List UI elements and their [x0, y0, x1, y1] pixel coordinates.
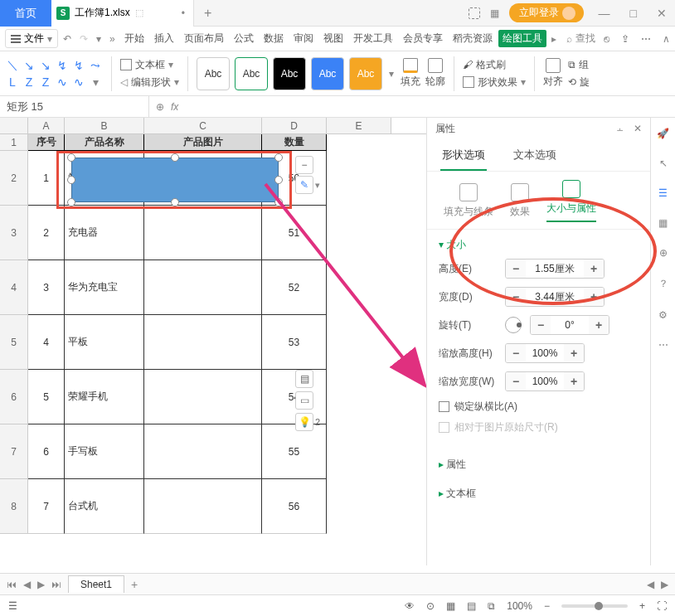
scale-h-value[interactable]: 100%: [526, 344, 564, 362]
cell[interactable]: [144, 370, 262, 424]
close-window-button[interactable]: ✕: [652, 7, 672, 20]
view-break-icon[interactable]: ⧉: [488, 600, 495, 612]
gallery-more[interactable]: ▾: [88, 75, 103, 90]
cell[interactable]: 3: [28, 260, 65, 315]
rail-more-icon[interactable]: ⋯: [658, 339, 668, 351]
sheet-nav-last[interactable]: ⏭: [51, 579, 61, 590]
cell[interactable]: 4: [28, 315, 65, 370]
cell[interactable]: [144, 424, 262, 479]
tab-shape-options[interactable]: 形状选项: [440, 144, 487, 171]
fullscreen-icon[interactable]: ⛶: [657, 600, 667, 612]
section-properties[interactable]: 属性: [439, 458, 639, 472]
rail-settings-icon[interactable]: ☰: [658, 187, 668, 199]
menu-insert[interactable]: 插入: [150, 30, 178, 47]
document-tab[interactable]: S 工作簿1.xlsx ⬚ •: [51, 0, 194, 27]
zoom-icon[interactable]: ⊕: [156, 101, 164, 113]
decrement-button[interactable]: −: [506, 344, 526, 362]
lock-aspect-checkbox[interactable]: 锁定纵横比(A): [439, 400, 639, 414]
tab-text-options[interactable]: 文本选项: [512, 144, 558, 171]
decrement-button[interactable]: −: [531, 316, 551, 334]
line-icon[interactable]: ＼: [5, 58, 20, 73]
col-header[interactable]: A: [28, 118, 65, 133]
decrement-button[interactable]: −: [506, 259, 526, 278]
format-painter-button[interactable]: 🖌格式刷: [463, 58, 526, 72]
menu-member[interactable]: 会员专享: [399, 30, 447, 47]
expand-icon[interactable]: ∧: [663, 33, 670, 45]
login-button[interactable]: 立即登录: [509, 3, 584, 22]
height-spinner[interactable]: −1.55厘米+: [505, 259, 605, 279]
cell[interactable]: 充电器: [65, 206, 144, 260]
spreadsheet-grid[interactable]: A B C D E 1 2 3 4 5 6 7 8 序号 产品名称 产品图片: [0, 118, 426, 565]
cell[interactable]: 52: [262, 260, 327, 315]
name-box[interactable]: 矩形 15: [0, 96, 149, 118]
minimize-button[interactable]: —: [594, 7, 615, 20]
view-normal-icon[interactable]: ▦: [446, 600, 455, 612]
col-header[interactable]: C: [144, 118, 262, 133]
style-5[interactable]: Abc: [349, 57, 382, 90]
group-button[interactable]: ⧉组: [568, 58, 590, 72]
row-header[interactable]: 8: [0, 479, 28, 534]
hscroll-right[interactable]: ▶: [661, 579, 668, 590]
hscroll-left[interactable]: ◀: [647, 579, 654, 590]
rotate-button[interactable]: ⟲旋: [568, 75, 590, 90]
cell[interactable]: 台式机: [65, 479, 144, 534]
view-page-icon[interactable]: ▤: [467, 600, 476, 612]
menu-layout[interactable]: 页面布局: [180, 30, 228, 47]
cell[interactable]: 1: [28, 151, 65, 206]
menu-view[interactable]: 视图: [319, 30, 347, 47]
increment-button[interactable]: +: [584, 288, 604, 306]
float-edit-button[interactable]: ✎: [295, 176, 313, 194]
style-2[interactable]: Abc: [235, 57, 268, 90]
increment-button[interactable]: +: [564, 372, 584, 390]
resize-handle[interactable]: [274, 198, 283, 206]
close-doc-icon[interactable]: •: [182, 7, 185, 19]
line-icon[interactable]: ↯: [55, 58, 70, 73]
row-header[interactable]: 4: [0, 260, 28, 315]
pin-icon[interactable]: ⫠: [615, 123, 625, 134]
align-button[interactable]: 对齐: [543, 58, 563, 89]
rail-info-icon[interactable]: ？: [658, 277, 668, 291]
zoom-in-button[interactable]: +: [639, 600, 645, 612]
cell[interactable]: [144, 260, 262, 315]
layout-icon-1[interactable]: [469, 7, 480, 19]
sheet-tab[interactable]: Sheet1: [68, 575, 124, 593]
cell[interactable]: 手写板: [65, 424, 144, 479]
share-icon[interactable]: ⇪: [621, 33, 629, 45]
status-menu-icon[interactable]: ☰: [8, 600, 17, 612]
style-1[interactable]: Abc: [197, 57, 230, 90]
sheet-nav-first[interactable]: ⏮: [7, 579, 17, 590]
rail-rocket-icon[interactable]: 🚀: [657, 128, 669, 139]
increment-button[interactable]: +: [584, 259, 604, 278]
cell[interactable]: 53: [262, 315, 327, 370]
section-size[interactable]: 大小: [439, 238, 639, 252]
section-textbox[interactable]: 文本框: [439, 487, 639, 501]
menu-devtools[interactable]: 开发工具: [349, 30, 397, 47]
cell[interactable]: [144, 315, 262, 370]
increment-button[interactable]: +: [589, 316, 609, 334]
cell[interactable]: 华为充电宝: [65, 260, 144, 315]
subtab-effect[interactable]: 效果: [510, 183, 530, 219]
cell[interactable]: 2: [28, 206, 65, 260]
menu-start[interactable]: 开始: [120, 30, 148, 47]
width-spinner[interactable]: −3.44厘米+: [505, 287, 605, 307]
line-icon[interactable]: Z: [22, 75, 36, 90]
col-header[interactable]: B: [65, 118, 144, 133]
menu-review[interactable]: 审阅: [289, 30, 318, 47]
close-panel-icon[interactable]: ✕: [634, 123, 642, 134]
menu-drawtools[interactable]: 绘图工具: [498, 30, 546, 47]
row-header[interactable]: 5: [0, 315, 28, 370]
cells[interactable]: 序号 产品名称 产品图片 数量 1笔记本50 2充电器51 3华为充电宝52 4…: [28, 134, 327, 534]
float-zoomout-button[interactable]: −: [295, 156, 313, 174]
style-4[interactable]: Abc: [311, 57, 344, 90]
add-sheet-button[interactable]: +: [131, 578, 138, 591]
header-cell[interactable]: 序号: [28, 134, 65, 151]
pin-icon[interactable]: ⬚: [135, 7, 143, 18]
rail-help-icon[interactable]: ⊕: [659, 247, 668, 259]
zoom-slider[interactable]: [561, 604, 628, 608]
zoom-out-button[interactable]: −: [544, 600, 550, 612]
float-stack-button[interactable]: ▤: [295, 370, 313, 388]
header-cell[interactable]: 数量: [262, 134, 327, 151]
float-rect-button[interactable]: ▭: [295, 391, 313, 410]
width-value[interactable]: 3.44厘米: [526, 288, 584, 306]
cell[interactable]: [144, 206, 262, 260]
